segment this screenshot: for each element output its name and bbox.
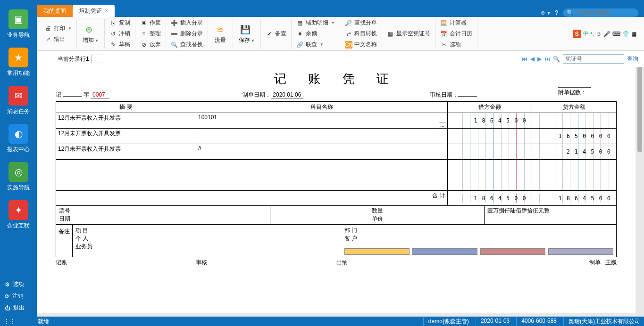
copy-button[interactable]: ⎘复制 xyxy=(108,18,132,28)
sidebar-item-ent[interactable]: ✦企业互联 xyxy=(0,196,37,234)
print-button[interactable]: 🖨打印▼ xyxy=(42,24,74,33)
tag-icon-1[interactable] xyxy=(344,248,410,255)
subjtrans-button[interactable]: ⇄科目转换 xyxy=(343,29,379,39)
nav-last-icon[interactable]: ⏭ xyxy=(544,56,550,62)
sidebar-option[interactable]: ⚙ 选项 xyxy=(0,278,37,290)
status-phone: 4006-600-588 xyxy=(516,318,557,326)
ime-mic-icon[interactable]: 🎤 xyxy=(603,31,611,37)
ime-tool-icon[interactable]: ▦ xyxy=(631,31,636,37)
tidy-button[interactable]: ≡整理 xyxy=(138,29,163,39)
abandon-button[interactable]: ⊘放弃 xyxy=(138,40,163,49)
sidebar-item-report[interactable]: ◐报表中心 xyxy=(0,119,37,157)
scrollbar[interactable] xyxy=(637,67,642,152)
audit-button[interactable]: ✔备查 xyxy=(264,29,288,39)
sidebar-item-impl[interactable]: ◎实施导航 xyxy=(0,157,37,196)
help-icon[interactable]: ? xyxy=(555,9,558,16)
find-replace-button[interactable]: 🔍查找替换 xyxy=(169,40,205,49)
sidebar-item-biznav[interactable]: ▣业务导航 xyxy=(0,5,37,43)
status-ready: 就绪 xyxy=(38,318,49,326)
ime-icon[interactable]: S xyxy=(573,30,581,38)
tab-desktop[interactable]: 我的桌面 xyxy=(37,5,73,17)
assist-button[interactable]: ▤辅助明细▼ xyxy=(294,18,337,28)
sidebar-item-common[interactable]: ★常用功能 xyxy=(0,43,37,81)
void-button[interactable]: ✖作废 xyxy=(138,18,163,28)
current-line-label: 当前分录行1 xyxy=(58,55,89,63)
col-summary: 摘 要 xyxy=(56,102,196,113)
tag-icon-2[interactable] xyxy=(412,248,477,255)
save-button[interactable]: 💾保存▼ xyxy=(236,22,258,45)
draft-button[interactable]: ✎草稿 xyxy=(108,40,132,49)
ribbon: 🖨打印▼ ↗输出 ⊕增加▼ ⎘复制 ↺冲销 ✎草稿 ✖作废 ≡整理 ⊘放弃 ➕插… xyxy=(37,17,644,51)
status-company: 奥瑞(天津)工业技术有限公司 xyxy=(563,318,640,326)
sidebar-exit[interactable]: ⏻ 退出 xyxy=(0,302,37,314)
subject-picker-button[interactable]: … xyxy=(439,122,446,128)
tag-icon-4[interactable] xyxy=(548,248,613,255)
sign-audit: 审核 xyxy=(196,259,336,267)
total-chinese: 壹万捌仟陆佰肆拾伍元整 xyxy=(484,206,616,224)
ime-keyboard-icon[interactable]: ⌨ xyxy=(612,31,620,37)
sign-bookkeep: 记账 xyxy=(56,259,196,267)
status-date: 2020-01-03 xyxy=(476,318,510,326)
voucher-title: 记 账 凭 证 xyxy=(56,67,617,89)
balance-button[interactable]: ¥余额 xyxy=(294,29,337,39)
total-label: 合 计 xyxy=(196,191,448,206)
col-debit: 借方金额 xyxy=(447,102,532,113)
line-number-box[interactable] xyxy=(91,55,104,63)
sign-maker: 制单 王巍 xyxy=(477,259,617,267)
ime-lang[interactable]: 中 •, xyxy=(583,30,594,38)
sidebar-item-message[interactable]: ✉消息任务 xyxy=(0,81,37,119)
flow-button[interactable]: ≋流量 xyxy=(211,22,230,45)
tag-icon-3[interactable] xyxy=(480,248,545,255)
info-row: 当前分录行1 ⏮ ◀ ▶ ⏭ 🔍 查询 xyxy=(37,51,644,67)
sidebar-logout[interactable]: ⟳ 注销 xyxy=(0,290,37,302)
tabstrip: 我的桌面 填制凭证× ☺ ▾ ? 🔍 xyxy=(0,5,644,17)
linkquery-button[interactable]: 🔗联查▼ xyxy=(294,40,337,49)
barcode-search[interactable]: 🔍 xyxy=(563,8,638,17)
search-icon[interactable]: 🔍 xyxy=(553,56,560,62)
sign-cashier: 出纳 xyxy=(336,259,477,267)
table-row[interactable] xyxy=(56,175,617,191)
option-button[interactable]: ✂选项 xyxy=(438,40,474,49)
remark-label: 备注 xyxy=(56,225,73,257)
insert-line-button[interactable]: ➕插入分录 xyxy=(169,18,205,28)
ime-skin-icon[interactable]: 👕 xyxy=(622,31,629,37)
findsplit-button[interactable]: 🔎查找分单 xyxy=(343,18,379,28)
status-user: demo(账套主管) xyxy=(423,318,469,326)
close-icon[interactable]: × xyxy=(105,8,108,14)
smile-icon[interactable]: ☺ ▾ xyxy=(540,9,551,16)
query-link[interactable]: 查询 xyxy=(627,55,638,63)
table-row[interactable]: 12月未开票收入开具发票1650000 xyxy=(56,129,617,144)
barcode-input[interactable] xyxy=(576,9,632,16)
sidebar: ▣业务导航 ★常用功能 ✉消息任务 ◐报表中心 ◎实施导航 ✦企业互联 ⚙ 选项… xyxy=(0,5,37,317)
cnname-button[interactable]: Cn中文名称 xyxy=(343,40,379,49)
nav-prev-icon[interactable]: ◀ xyxy=(530,56,535,62)
col-subject: 科目名称 xyxy=(196,102,448,113)
col-credit: 贷方金额 xyxy=(532,102,616,113)
reverse-button[interactable]: ↺冲销 xyxy=(108,29,132,39)
export-button[interactable]: ↗输出 xyxy=(42,34,74,44)
nav-next-icon[interactable]: ▶ xyxy=(537,56,542,62)
statusbar: ⋮⋮ 就绪 demo(账套主管) 2020-01-03 4006-600-588… xyxy=(0,317,644,326)
add-button[interactable]: ⊕增加▼ xyxy=(80,22,101,45)
voucher-table: 摘 要 科目名称 借方金额 贷方金额 12月未开票收入开具发票100101…18… xyxy=(56,101,617,206)
table-row[interactable] xyxy=(56,160,617,175)
nav-first-icon[interactable]: ⏮ xyxy=(522,56,527,62)
tab-voucher[interactable]: 填制凭证× xyxy=(73,5,115,17)
calc-button[interactable]: 🧮计算器 xyxy=(438,18,474,28)
calendar-button[interactable]: 📅会计日历 xyxy=(438,29,474,39)
table-row[interactable]: 12月未开票收入开具发票100101…1864500 xyxy=(56,113,617,129)
resize-handle-icon[interactable]: ⋮⋮ xyxy=(4,318,9,325)
showempty-button[interactable]: ▦显示空凭证号 xyxy=(385,29,432,39)
voucher-number-input[interactable] xyxy=(563,54,624,64)
delete-line-button[interactable]: ➖删除分录 xyxy=(169,29,205,39)
table-row[interactable]: 12月未开票收入开具发票//214500 xyxy=(56,144,617,160)
voucher-main: 记 账 凭 证 记 字 0007 制单日期：2020.01.06 审核日期： 附… xyxy=(37,67,636,313)
ime-face-icon[interactable]: ☺ xyxy=(596,31,602,37)
